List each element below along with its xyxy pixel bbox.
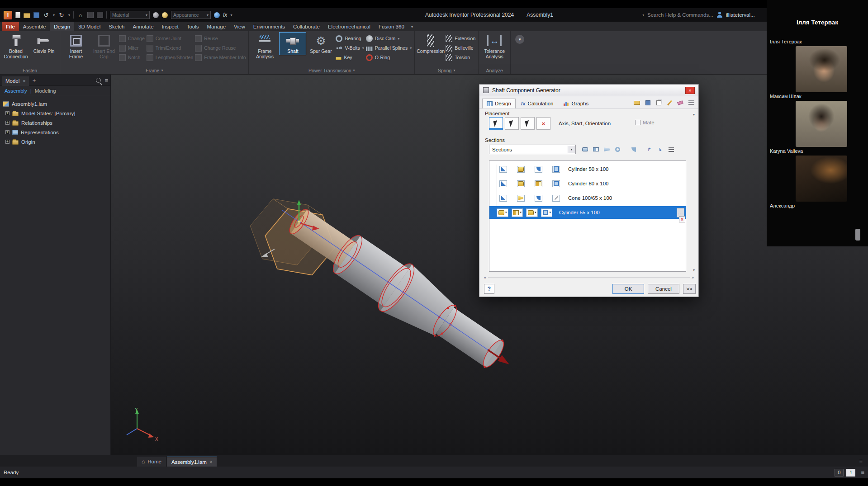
- search-icon[interactable]: [96, 78, 101, 83]
- tab-tools[interactable]: Tools: [183, 22, 203, 31]
- tab-environments[interactable]: Environments: [249, 22, 289, 31]
- cancel-button[interactable]: Cancel: [648, 284, 679, 294]
- open-template-button[interactable]: [632, 99, 641, 107]
- split-section-button[interactable]: [591, 146, 601, 154]
- cylinder-icon[interactable]: [517, 166, 525, 173]
- tab-file[interactable]: File: [2, 22, 19, 31]
- torsion-button[interactable]: Torsion: [446, 54, 475, 61]
- material-dropdown[interactable]: Material ▾: [110, 11, 150, 19]
- user-avatar-icon[interactable]: [716, 12, 723, 18]
- status-menu-icon[interactable]: ≡: [861, 469, 864, 476]
- first-edge-dropdown[interactable]: ▾: [497, 208, 508, 217]
- browser-tab-assembly[interactable]: Assembly: [5, 88, 27, 94]
- delete-section-button[interactable]: ×: [679, 216, 685, 222]
- expand-dialog-button[interactable]: >>: [683, 284, 696, 294]
- video-panel-scrollbar[interactable]: [855, 229, 860, 241]
- expand-icon[interactable]: [5, 130, 9, 134]
- section-list-view-button[interactable]: [666, 146, 676, 154]
- browser-tab-model[interactable]: Model ×: [2, 76, 29, 86]
- parallel-splines-button[interactable]: Parallel Splines▾: [366, 44, 412, 52]
- edit-button[interactable]: [665, 99, 674, 107]
- feature-icon[interactable]: [552, 180, 560, 187]
- chamfer-icon[interactable]: [499, 195, 507, 202]
- key-button[interactable]: Key: [336, 54, 364, 61]
- sections-dropdown[interactable]: Sections ▾: [489, 145, 576, 154]
- o-ring-button[interactable]: O-Ring: [366, 54, 412, 61]
- center-axis[interactable]: [282, 210, 507, 363]
- feature-dropdown[interactable]: ▾: [541, 208, 553, 217]
- panel-label-fasten[interactable]: Fasten: [23, 68, 37, 73]
- undo-caret-icon[interactable]: ▾: [53, 13, 55, 17]
- add-browser-tab-icon[interactable]: +: [33, 77, 36, 84]
- end-arrow-icon[interactable]: [498, 355, 512, 367]
- doc-tab-assembly1[interactable]: Assembly1.iam ×: [167, 457, 217, 467]
- dialog-tab-design[interactable]: Design: [482, 99, 516, 109]
- tree-node-model-states[interactable]: Model States: [Primary]: [3, 109, 110, 118]
- placement-start-button[interactable]: [505, 117, 519, 130]
- cone-icon[interactable]: [517, 195, 525, 202]
- section-row-cone[interactable]: Cone 100/65 x 100: [489, 192, 686, 204]
- dialog-close-button[interactable]: ×: [685, 87, 695, 94]
- placement-orientation-button[interactable]: [521, 117, 535, 130]
- bolted-connection-button[interactable]: Bolted Connection: [3, 33, 29, 60]
- expand-icon[interactable]: [5, 140, 9, 144]
- doc-tab-home[interactable]: ⌂ Home: [137, 457, 166, 467]
- material-sphere-icon[interactable]: [153, 12, 159, 18]
- tab-view[interactable]: View: [230, 22, 249, 31]
- add-torus-section-button[interactable]: [613, 146, 622, 154]
- participant-video-2[interactable]: [796, 101, 847, 147]
- parameters-fx-icon[interactable]: fx: [223, 12, 227, 18]
- search-expander-icon[interactable]: ›: [642, 12, 644, 18]
- chamfer-icon[interactable]: [499, 180, 507, 187]
- section-row-cylinder-50[interactable]: Cylinder 50 x 100: [489, 163, 686, 175]
- app-logo[interactable]: I: [4, 11, 12, 19]
- ok-button[interactable]: OK: [612, 284, 644, 294]
- tab-annotate[interactable]: Annotate: [129, 22, 158, 31]
- component-tool-icon[interactable]: [97, 12, 103, 18]
- tab-electromechanical[interactable]: Electromechanical: [324, 22, 375, 31]
- add-cylinder-section-button[interactable]: [580, 146, 590, 154]
- home-view-icon[interactable]: ⌂: [77, 11, 84, 19]
- dialog-title-bar[interactable]: Shaft Component Generator ×: [479, 85, 698, 96]
- save-icon[interactable]: [33, 12, 39, 18]
- frame-analysis-button[interactable]: Frame Analysis: [251, 33, 278, 60]
- insert-frame-button[interactable]: Insert Frame: [63, 33, 89, 60]
- quick-access-overflow-icon[interactable]: ▾: [230, 13, 232, 17]
- tree-node-representations[interactable]: Representations: [3, 127, 110, 137]
- browser-tab-modeling[interactable]: Modeling: [35, 88, 56, 94]
- redo-icon[interactable]: ↻: [58, 11, 65, 19]
- dialog-splitter[interactable]: « »: [484, 275, 694, 280]
- second-edge-dropdown[interactable]: ▾: [526, 208, 538, 217]
- panel-label-analyze[interactable]: Analyze: [486, 68, 503, 73]
- placement-axis-button[interactable]: [489, 117, 503, 130]
- clevis-pin-button[interactable]: Clevis Pin: [31, 33, 57, 55]
- collapse-icon[interactable]: ▾: [693, 113, 695, 117]
- redo-caret-icon[interactable]: ▾: [68, 13, 70, 17]
- panel-label-power-transmission[interactable]: Power Transmission: [308, 68, 351, 73]
- tree-node-relationships[interactable]: Relationships: [3, 118, 110, 127]
- search-input[interactable]: Search Help & Commands...: [647, 12, 713, 18]
- browser-menu-icon[interactable]: ≡: [104, 77, 108, 84]
- sketch-tool-icon[interactable]: [87, 12, 94, 18]
- mate-checkbox[interactable]: Mate: [635, 120, 655, 125]
- undo-icon[interactable]: ↺: [43, 11, 50, 19]
- placement-clear-button[interactable]: ×: [536, 117, 550, 130]
- appearance-dropdown[interactable]: Appearance ▾: [171, 11, 211, 19]
- new-file-icon[interactable]: [15, 12, 20, 18]
- shaft-button[interactable]: Shaft: [280, 33, 306, 55]
- tab-sketch[interactable]: Sketch: [104, 22, 128, 31]
- chevron-right-icon[interactable]: »: [692, 275, 694, 280]
- open-file-icon[interactable]: [24, 13, 30, 18]
- panel-label-frame[interactable]: Frame: [146, 68, 159, 73]
- bearing-button[interactable]: Bearing: [336, 35, 364, 42]
- tree-root-assembly[interactable]: Assembly1.iam: [3, 99, 110, 109]
- expand-icon[interactable]: [5, 111, 9, 115]
- dialog-tab-graphs[interactable]: Graphs: [559, 99, 593, 109]
- spur-gear-button[interactable]: ⚙ Spur Gear: [308, 33, 334, 55]
- expand-icon[interactable]: [5, 121, 9, 125]
- appearance-sphere-icon[interactable]: [214, 12, 220, 18]
- tab-design[interactable]: Design: [50, 22, 74, 31]
- checkbox-icon[interactable]: [635, 120, 640, 125]
- tab-3d-model[interactable]: 3D Model: [74, 22, 104, 31]
- collapse-icon[interactable]: ▾: [693, 268, 695, 272]
